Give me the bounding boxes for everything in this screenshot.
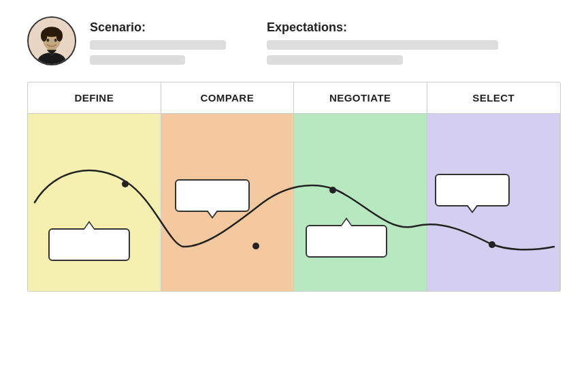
dot-compare [252,243,259,249]
scenario-line-2 [90,55,185,65]
svg-point-8 [54,39,57,42]
table-header-row: DEFINE COMPARE NEGOTIATE SELECT [28,82,560,114]
expectations-section: Expectations: [267,20,498,65]
svg-point-7 [46,39,49,42]
dot-select [489,241,495,248]
dot-negotiate [329,187,336,194]
cell-negotiate [294,114,427,291]
col-header-select: SELECT [427,82,561,113]
bubble-compare [175,179,250,212]
bubble-negotiate [306,225,387,258]
svg-point-6 [56,30,63,42]
cell-define [28,114,161,291]
header: Scenario: Expectations: [27,16,561,65]
bubble-select [435,174,510,206]
dot-define [122,181,129,187]
table-body [28,114,560,291]
svg-point-5 [41,30,47,42]
col-header-negotiate: NEGOTIATE [294,82,427,113]
scenario-label: Scenario: [90,20,226,35]
col-header-define: DEFINE [28,82,161,113]
bubble-define [48,228,130,261]
col-header-compare: COMPARE [161,82,295,113]
scenario-line-1 [90,40,226,50]
expectations-label: Expectations: [267,20,498,35]
scenario-section: Scenario: [90,20,226,65]
avatar [27,16,76,65]
header-info: Scenario: Expectations: [90,16,561,65]
expectations-line-2 [267,55,403,65]
journey-table: DEFINE COMPARE NEGOTIATE SELECT [27,82,561,292]
expectations-line-1 [267,40,498,50]
